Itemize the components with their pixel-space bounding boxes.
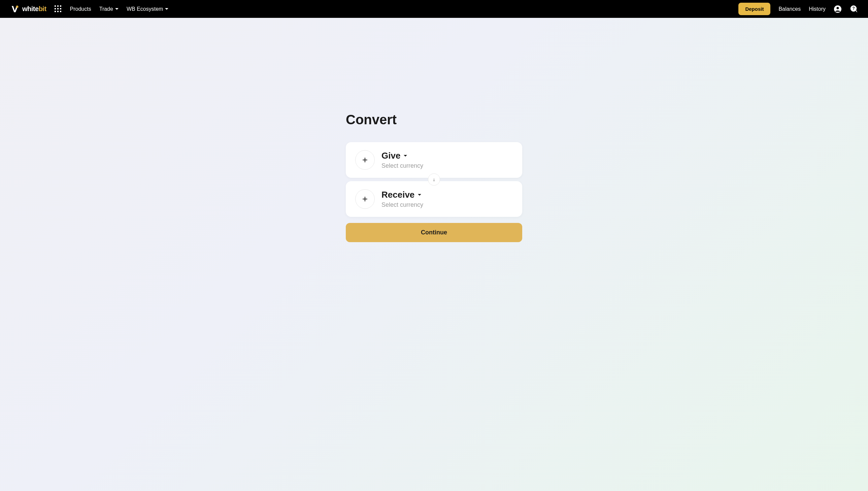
svg-point-2 xyxy=(837,7,839,9)
plus-icon: + xyxy=(362,194,368,204)
user-icon xyxy=(834,5,842,13)
give-add-button[interactable]: + xyxy=(355,150,375,170)
nav-ecosystem-label: WB Ecosystem xyxy=(127,6,163,12)
nav-trade[interactable]: Trade xyxy=(99,6,119,12)
logo-icon xyxy=(10,4,20,14)
header-right: Deposit Balances History ? xyxy=(738,3,858,15)
continue-button[interactable]: Continue xyxy=(346,223,522,242)
nav-trade-label: Trade xyxy=(99,6,113,12)
receive-info: Receive Select currency xyxy=(382,190,423,208)
chevron-down-icon xyxy=(418,194,421,196)
currency-cards: + Give Select currency ↓ + xyxy=(346,142,522,217)
chevron-down-icon xyxy=(404,155,407,156)
receive-add-button[interactable]: + xyxy=(355,189,375,209)
main-content: Convert + Give Select currency ↓ xyxy=(0,18,868,242)
receive-card: + Receive Select currency xyxy=(346,181,522,217)
nav-products-label: Products xyxy=(70,6,91,12)
convert-title: Convert xyxy=(346,112,522,127)
header: whitebit Products Trade WB Ecosystem Dep… xyxy=(0,0,868,18)
logo-text-bit: bit xyxy=(39,5,47,13)
help-button[interactable]: ? xyxy=(850,5,858,13)
user-account-button[interactable] xyxy=(834,5,842,13)
plus-icon: + xyxy=(362,155,368,165)
chevron-down-icon xyxy=(115,8,119,10)
receive-hint: Select currency xyxy=(382,201,423,208)
give-label: Give xyxy=(382,150,400,161)
svg-point-0 xyxy=(16,5,19,8)
receive-label: Receive xyxy=(382,190,415,200)
nav-products[interactable]: Products xyxy=(70,6,91,12)
swap-button[interactable]: ↓ xyxy=(428,173,440,185)
arrow-down-icon: ↓ xyxy=(433,177,435,182)
chevron-down-icon xyxy=(165,8,168,10)
give-info: Give Select currency xyxy=(382,150,423,169)
apps-grid-icon[interactable] xyxy=(55,5,62,13)
nav-ecosystem[interactable]: WB Ecosystem xyxy=(127,6,168,12)
give-card: + Give Select currency xyxy=(346,142,522,178)
balances-link[interactable]: Balances xyxy=(778,6,801,12)
give-hint: Select currency xyxy=(382,162,423,169)
header-left: whitebit Products Trade WB Ecosystem xyxy=(10,4,168,14)
deposit-button[interactable]: Deposit xyxy=(738,3,770,15)
give-selector[interactable]: Give xyxy=(382,150,423,161)
logo[interactable]: whitebit xyxy=(10,4,47,14)
history-link[interactable]: History xyxy=(809,6,826,12)
help-chat-icon: ? xyxy=(850,5,858,13)
svg-text:?: ? xyxy=(852,6,855,10)
convert-panel: Convert + Give Select currency ↓ xyxy=(346,112,522,242)
logo-text-white: white xyxy=(22,5,39,13)
receive-selector[interactable]: Receive xyxy=(382,190,423,200)
logo-text: whitebit xyxy=(22,5,47,13)
